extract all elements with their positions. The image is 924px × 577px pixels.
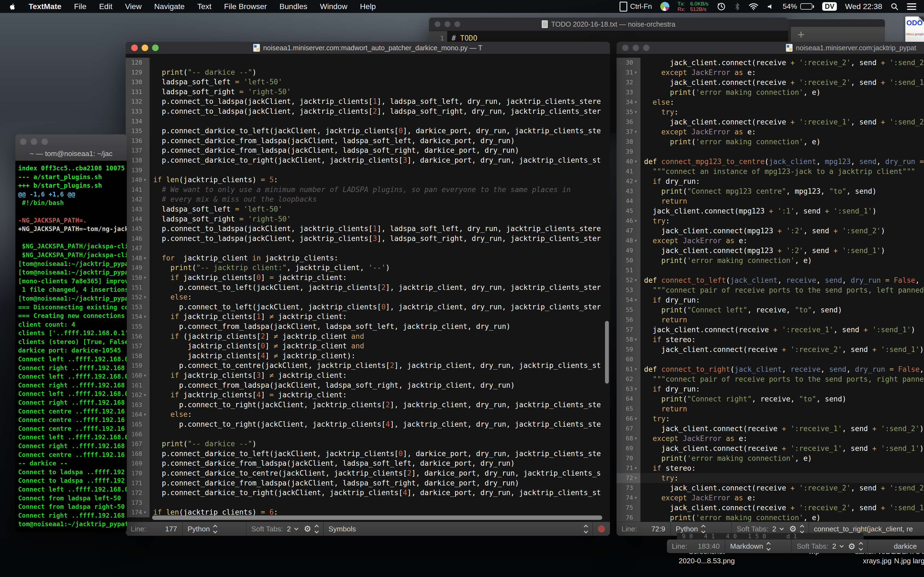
- gutter-line-number[interactable]: 41: [617, 166, 641, 176]
- spotlight-icon[interactable]: [890, 2, 899, 11]
- code-line[interactable]: [150, 116, 610, 126]
- gutter-line-number[interactable]: 56: [617, 315, 641, 325]
- fold-arrow-icon[interactable]: ▼: [633, 107, 638, 117]
- code-line[interactable]: if jacktrip_clients[1] ≠ jacktrip_client…: [150, 312, 610, 322]
- close-button[interactable]: [20, 138, 27, 145]
- gutter-line-number[interactable]: 53: [617, 285, 641, 295]
- code-line[interactable]: except JackError as e:: [641, 236, 924, 246]
- fold-arrow-icon[interactable]: ▼: [633, 493, 638, 503]
- fold-arrow-icon[interactable]: ▼: [633, 156, 638, 166]
- gutter-line-number[interactable]: 44: [617, 196, 641, 206]
- gutter-line-number[interactable]: 45: [617, 206, 641, 216]
- code-line[interactable]: if stereo:: [641, 335, 924, 345]
- gutter-line-number[interactable]: 138: [126, 156, 150, 165]
- close-button[interactable]: [622, 45, 628, 51]
- wifi-icon[interactable]: [748, 3, 758, 10]
- language-selector[interactable]: Markdown: [725, 540, 791, 553]
- gutter-line-number[interactable]: 72▼: [617, 473, 641, 483]
- code-line[interactable]: if jacktrip_clients[0] = jacktrip_client…: [150, 273, 610, 283]
- zoom-button[interactable]: [41, 138, 48, 145]
- fold-arrow-icon[interactable]: ▼: [142, 312, 148, 322]
- code-line[interactable]: p.connect_to_centre(jackClient, jacktrip…: [150, 361, 610, 371]
- fold-arrow-icon[interactable]: ▼: [633, 236, 638, 246]
- code-line[interactable]: if stereo:: [641, 463, 924, 473]
- fold-arrow-icon[interactable]: ▼: [142, 292, 148, 302]
- code-line[interactable]: print("Connect left", receive, "to", sen…: [641, 305, 924, 315]
- gutter-line-number[interactable]: 173: [126, 498, 150, 508]
- gutter-line-number[interactable]: 162▼: [126, 390, 150, 400]
- code-line[interactable]: p.connect_from_ladspa(jackClient, ladspa…: [150, 380, 610, 390]
- code-line[interactable]: p.connect_darkice_from_ladspa(jackClient…: [150, 146, 610, 156]
- gutter-line-number[interactable]: 32: [617, 77, 641, 87]
- fold-arrow-icon[interactable]: ▼: [633, 384, 638, 394]
- gutter-line-number[interactable]: 63▼: [617, 384, 641, 394]
- fold-arrow-icon[interactable]: ▼: [142, 273, 148, 283]
- fold-arrow-icon[interactable]: ▼: [633, 216, 638, 226]
- code-line[interactable]: """connect an instance of mpg123-jack to…: [641, 166, 924, 176]
- code-line[interactable]: jack_client.connect(receive + ':receive_…: [641, 424, 924, 434]
- symbols-selector[interactable]: darkice: [868, 540, 924, 553]
- code-line[interactable]: jack_client.connect(receive + ':receive_…: [641, 325, 924, 335]
- gutter-line-number[interactable]: 161: [126, 380, 150, 390]
- code-line[interactable]: ladspa_soft_left = 'left-50': [150, 205, 610, 214]
- code-line[interactable]: print("-- darkice --"): [150, 439, 610, 449]
- menu-item-edit[interactable]: Edit: [99, 2, 112, 11]
- fold-arrow-icon[interactable]: ▼: [142, 253, 148, 263]
- desktop-icon-gdoc[interactable]: ODO //docs.google.com: [905, 16, 924, 43]
- code-line[interactable]: jacktrip_clients[0] ≠ jacktrip_client an…: [150, 341, 610, 351]
- soft-tabs-selector[interactable]: Soft Tabs: 2: [792, 540, 848, 553]
- code-line[interactable]: try:: [641, 473, 924, 483]
- menu-item-text[interactable]: Text: [197, 2, 211, 11]
- code-line[interactable]: print("-- jacktrip client:", jacktrip_cl…: [150, 263, 610, 273]
- gutter-line-number[interactable]: 155: [126, 322, 150, 332]
- gutter-line-number[interactable]: 165: [126, 419, 150, 429]
- code-line[interactable]: [150, 498, 610, 508]
- gutter-line-number[interactable]: 170: [126, 469, 150, 479]
- code-line[interactable]: try:: [641, 216, 924, 226]
- code-line[interactable]: [641, 355, 924, 364]
- gutter-line-number[interactable]: 51: [617, 266, 641, 275]
- gutter-line-number[interactable]: 149: [126, 263, 150, 273]
- gutter-line-number[interactable]: 42▼: [617, 176, 641, 186]
- fold-arrow-icon[interactable]: ▼: [633, 463, 638, 473]
- code-line[interactable]: jack_client.connect(receive + ':receive_…: [641, 503, 924, 513]
- gutter-line-number[interactable]: 54▼: [617, 295, 641, 305]
- goto-line-control[interactable]: Line:177: [126, 522, 182, 536]
- code-line[interactable]: jack_client.connect(receive + ':receive_…: [641, 443, 924, 453]
- menu-item-window[interactable]: Window: [320, 2, 347, 11]
- code-line[interactable]: def connect_mpg123_to_centre(jack_client…: [641, 156, 924, 166]
- gutter-line-number[interactable]: 64: [617, 394, 641, 404]
- fold-arrow-icon[interactable]: ▼: [633, 434, 638, 443]
- code-line[interactable]: p.connect_to_right(jackClient, jacktrip_…: [150, 400, 610, 410]
- menu-clock[interactable]: Wed 22:38: [845, 2, 882, 11]
- code-line[interactable]: print("Connect mpg123 centre", mpg123, "…: [641, 186, 924, 196]
- code-line[interactable]: p.connect_darkice_from_ladspa(jackClient…: [150, 479, 610, 488]
- code-line[interactable]: p.connect_darkice_to_centre(jackClient, …: [150, 469, 610, 479]
- gutter-line-number[interactable]: 43: [617, 186, 641, 196]
- code-line[interactable]: ladspa_soft_left = 'left-50': [150, 77, 610, 87]
- code-line[interactable]: jack_client.connect(receive + ':receive_…: [641, 77, 924, 87]
- code-line[interactable]: jack_client.connect(receive + ':receive_…: [641, 483, 924, 493]
- gutter-line-number[interactable]: 60: [617, 355, 641, 364]
- code-line[interactable]: return: [641, 404, 924, 414]
- gutter-line-number[interactable]: 30: [617, 58, 641, 68]
- code-line[interactable]: else:: [150, 292, 610, 302]
- gutter-line-number[interactable]: 49: [617, 246, 641, 256]
- code-line[interactable]: def connect_to_right(jack_client, receiv…: [641, 364, 924, 374]
- gutter-line-number[interactable]: 57: [617, 325, 641, 335]
- gutter-line-number[interactable]: 158: [126, 351, 150, 361]
- input-source-badge[interactable]: DV: [822, 2, 837, 11]
- desktop-icon-label[interactable]: N.jpg large.jpg: [885, 557, 924, 565]
- code-line[interactable]: [150, 429, 610, 439]
- zoom-button[interactable]: [152, 45, 159, 51]
- gutter-line-number[interactable]: 137: [126, 146, 150, 156]
- fold-arrow-icon[interactable]: ▼: [633, 335, 638, 345]
- code-line[interactable]: """connect pair of receive ports to the …: [641, 374, 924, 384]
- code-line[interactable]: jack_client.connect(mpg123 + ':1', send …: [641, 206, 924, 216]
- code-line[interactable]: print('error making connection', e): [641, 453, 924, 463]
- gutter-line-number[interactable]: 145: [126, 224, 150, 234]
- menu-item-bundles[interactable]: Bundles: [279, 2, 307, 11]
- menu-item-help[interactable]: Help: [360, 2, 376, 11]
- gutter-line-number[interactable]: 61▼: [617, 364, 641, 374]
- horizontal-scrollbar[interactable]: [152, 516, 602, 520]
